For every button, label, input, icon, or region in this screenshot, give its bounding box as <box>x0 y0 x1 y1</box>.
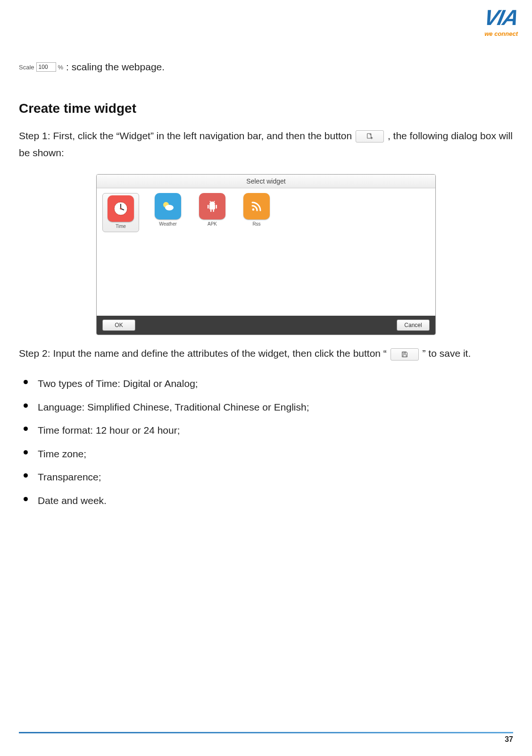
list-item: Language: Simplified Chinese, Traditiona… <box>19 395 513 419</box>
section-heading: Create time widget <box>19 101 513 116</box>
document-plus-icon <box>366 133 374 140</box>
svg-line-13 <box>210 201 211 202</box>
widget-option-label: Weather <box>152 221 183 227</box>
svg-point-5 <box>120 208 122 210</box>
scale-control: Scale 100 % <box>19 62 63 72</box>
floppy-save-icon <box>401 351 408 358</box>
scale-description-row: Scale 100 % : scaling the webpage. <box>19 61 513 73</box>
list-item: Date and week. <box>19 489 513 512</box>
widget-options-row: Time Weather <box>102 193 430 232</box>
brand-tagline: we connect <box>484 30 518 37</box>
step1-pre: Step 1: First, click the “Widget” in the… <box>19 130 352 141</box>
add-widget-button[interactable] <box>356 130 384 143</box>
svg-rect-17 <box>403 354 406 357</box>
svg-line-14 <box>214 201 215 202</box>
widget-option-rss[interactable]: Rss <box>241 193 272 232</box>
ok-button[interactable]: OK <box>102 319 135 331</box>
list-item: Time zone; <box>19 442 513 466</box>
widget-option-label: Time <box>105 224 137 229</box>
select-widget-dialog: Select widget Time <box>96 174 436 335</box>
weather-icon <box>155 193 181 219</box>
svg-point-7 <box>165 205 174 210</box>
widget-option-weather[interactable]: Weather <box>152 193 183 232</box>
widget-option-apk[interactable]: APK <box>197 193 228 232</box>
scale-explain: : scaling the webpage. <box>66 61 165 73</box>
list-item: Time format: 12 hour or 24 hour; <box>19 419 513 442</box>
svg-rect-12 <box>213 210 215 212</box>
svg-rect-9 <box>208 205 209 209</box>
step2-paragraph: Step 2: Input the name and define the at… <box>19 345 513 362</box>
svg-rect-8 <box>209 204 215 210</box>
rss-icon <box>243 193 270 219</box>
widget-option-time[interactable]: Time <box>102 193 139 232</box>
step2-post: ” to save it. <box>423 348 471 359</box>
svg-rect-0 <box>367 134 371 138</box>
step1-paragraph: Step 1: First, click the “Widget” in the… <box>19 127 513 161</box>
svg-rect-11 <box>210 210 212 212</box>
svg-point-15 <box>252 209 255 211</box>
scale-label: Scale <box>19 64 34 71</box>
clock-icon <box>108 195 134 222</box>
scale-suffix: % <box>58 64 64 71</box>
svg-rect-10 <box>216 205 217 209</box>
brand-logo: VIA we connect <box>484 5 518 37</box>
dialog-footer: OK Cancel <box>97 316 435 335</box>
svg-rect-18 <box>404 352 405 353</box>
cancel-button[interactable]: Cancel <box>397 319 430 331</box>
dialog-title: Select widget <box>97 175 435 188</box>
android-icon <box>199 193 225 219</box>
widget-option-label: APK <box>197 221 228 227</box>
save-button[interactable] <box>391 348 419 361</box>
list-item: Two types of Time: Digital or Analog; <box>19 372 513 395</box>
dialog-body: Time Weather <box>97 188 435 316</box>
scale-input[interactable]: 100 <box>36 62 56 72</box>
attributes-list: Two types of Time: Digital or Analog; La… <box>19 372 513 512</box>
brand-name: VIA <box>482 5 520 30</box>
list-item: Transparence; <box>19 465 513 489</box>
page-number: 37 <box>505 735 513 743</box>
widget-option-label: Rss <box>241 221 272 227</box>
page-footer: 37 <box>19 732 513 744</box>
step2-pre: Step 2: Input the name and define the at… <box>19 348 387 359</box>
